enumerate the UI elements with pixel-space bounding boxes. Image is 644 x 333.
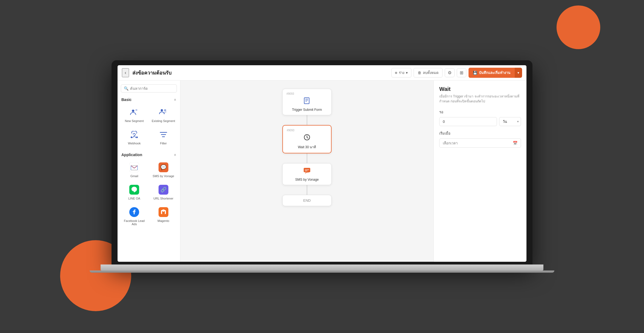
node-wait-id: #9093: [287, 129, 294, 132]
sidebar-item-facebook-lead-ads[interactable]: Facebook Lead Ads: [120, 203, 149, 229]
delete-all-button[interactable]: 🗑 ลบทั้งหมด: [414, 68, 443, 78]
node-end[interactable]: END: [282, 195, 332, 206]
node-sms-label: SMS by Vonage: [295, 178, 319, 182]
sms-node-icon: [303, 167, 311, 176]
webhook-label: Webhook: [128, 142, 140, 145]
line-oa-label: LINE OA: [128, 197, 140, 200]
svg-point-3: [161, 109, 163, 111]
save-label: บันทึกและเริ่มทำงาน: [479, 70, 510, 76]
delete-all-label: ลบทั้งหมด: [423, 70, 438, 76]
save-button[interactable]: 💾 บันทึกและเริ่มทำงาน: [469, 68, 515, 78]
sidebar-item-url-shortener[interactable]: 🔗 URL Shortener: [149, 181, 178, 203]
right-panel-title: Wait: [439, 86, 521, 92]
top-bar-actions: ร่าง ▾ 🗑 ลบทั้งหมด ⚙ ⊞ 💾 บันทึกและเริ่มท…: [391, 68, 522, 78]
magento-icon: [158, 207, 169, 218]
sidebar-item-new-segment[interactable]: New Segment: [120, 103, 149, 126]
line-oa-icon: [129, 184, 140, 195]
node-sms[interactable]: SMS by Vonage: [282, 163, 332, 185]
trash-icon: 🗑: [418, 71, 421, 75]
basic-section-toggle[interactable]: ∧: [174, 98, 176, 102]
duration-field: รอ วัน ชั่วโมง นาที: [439, 109, 521, 130]
sidebar-item-sms-vonage[interactable]: 💬 SMS by Vonage: [149, 159, 178, 181]
status-dropdown[interactable]: ร่าง ▾: [391, 68, 411, 78]
search-box: 🔍: [118, 81, 180, 95]
sidebar-item-line-oa[interactable]: LINE OA: [120, 181, 149, 203]
save-button-group: 💾 บันทึกและเริ่มทำงาน ▾: [469, 68, 522, 78]
main-content: 🔍 Basic ∧: [118, 81, 526, 262]
start-date-label: เริ่มเมื่อ: [439, 130, 521, 136]
url-shortener-icon: 🔗: [158, 184, 169, 195]
decorative-circle-top-right: [557, 5, 600, 49]
sidebar-item-webhook[interactable]: Webhook: [120, 126, 149, 148]
sidebar-item-existing-segment[interactable]: Existing Segment: [149, 103, 178, 126]
duration-label: รอ: [439, 109, 521, 115]
connector-3: [307, 185, 307, 195]
status-label: ร่าง: [399, 70, 404, 76]
save-dropdown-button[interactable]: ▾: [515, 68, 522, 78]
webhook-icon: [129, 129, 140, 140]
top-bar: ‹ ส่งข้อความต้อนรับ ร่าง ▾ 🗑 ลบทั้งหมด ⚙…: [118, 65, 526, 81]
sms-vonage-label: SMS by Vonage: [153, 174, 174, 178]
gmail-label: Gmail: [130, 174, 138, 178]
date-input-wrap[interactable]: 📅: [439, 138, 521, 148]
svg-rect-7: [129, 162, 139, 172]
status-chevron-icon: ▾: [406, 71, 408, 75]
filter-label: Filter: [160, 142, 167, 145]
start-date-field: เริ่มเมื่อ 📅: [439, 130, 521, 148]
node-end-label: END: [303, 198, 311, 203]
application-items-grid: Gmail 💬 SMS by Vonage: [118, 159, 180, 231]
search-input[interactable]: [130, 87, 174, 91]
sms-vonage-icon: 💬: [158, 162, 169, 173]
svg-rect-11: [304, 168, 310, 172]
layout-button[interactable]: ⊞: [457, 68, 466, 77]
date-input[interactable]: [443, 141, 511, 145]
flow-container: #9093 Trigger Submit Form: [282, 89, 332, 206]
basic-section-title: Basic: [121, 97, 131, 102]
new-segment-icon: [129, 107, 140, 118]
laptop-foot: [90, 270, 554, 273]
unit-select[interactable]: วัน ชั่วโมง นาที: [499, 117, 521, 126]
settings-button[interactable]: ⚙: [445, 68, 455, 77]
svg-point-4: [164, 109, 166, 111]
left-sidebar: 🔍 Basic ∧: [118, 81, 180, 262]
duration-row: วัน ชั่วโมง นาที: [439, 117, 521, 126]
facebook-lead-ads-label: Facebook Lead Ads: [122, 219, 147, 226]
application-section-title: Application: [121, 153, 142, 157]
filter-icon: [158, 129, 169, 140]
node-trigger-label: Trigger Submit Form: [292, 108, 322, 112]
sidebar-item-gmail[interactable]: Gmail: [120, 159, 149, 181]
laptop-bezel: ‹ ส่งข้อความต้อนรับ ร่าง ▾ 🗑 ลบทั้งหมด ⚙…: [112, 60, 532, 264]
basic-items-grid: New Segment Existing: [118, 103, 180, 150]
search-input-wrap[interactable]: 🔍: [121, 84, 177, 93]
application-section-toggle[interactable]: ∧: [174, 153, 176, 157]
node-wait-label: Wait 30 นาที: [298, 144, 316, 150]
sidebar-item-magento[interactable]: Magento: [149, 203, 178, 229]
duration-input[interactable]: [439, 117, 497, 126]
node-trigger-id: #9093: [286, 92, 294, 95]
trigger-icon: [303, 97, 311, 106]
calendar-icon: 📅: [513, 141, 517, 145]
laptop-base: [101, 264, 543, 270]
magento-label: Magento: [157, 219, 169, 222]
svg-rect-9: [304, 98, 309, 104]
svg-point-5: [131, 136, 132, 138]
save-icon: 💾: [473, 71, 477, 75]
application-section-header: Application ∧: [118, 150, 180, 159]
existing-segment-icon: [158, 107, 169, 118]
laptop-wrapper: ‹ ส่งข้อความต้อนรับ ร่าง ▾ 🗑 ลบทั้งหมด ⚙…: [90, 60, 554, 273]
sidebar-item-filter[interactable]: Filter: [149, 126, 178, 148]
unit-select-wrap: วัน ชั่วโมง นาที: [499, 117, 521, 126]
url-shortener-label: URL Shortener: [153, 197, 173, 200]
node-trigger[interactable]: #9093 Trigger Submit Form: [282, 89, 332, 115]
status-dot: [395, 72, 397, 74]
connector-2: [307, 153, 307, 163]
wait-icon: [303, 133, 311, 143]
basic-section-header: Basic ∧: [118, 95, 180, 103]
right-panel: Wait เมื่อมีการ Trigger เข้ามา จะทำการรอ…: [434, 81, 526, 262]
canvas-area: #9093 Trigger Submit Form: [180, 81, 434, 262]
gmail-icon: [129, 162, 140, 173]
right-panel-description: เมื่อมีการ Trigger เข้ามา จะทำการรอระยะเ…: [439, 94, 521, 104]
back-button[interactable]: ‹: [122, 68, 129, 77]
new-segment-label: New Segment: [125, 119, 144, 123]
node-wait[interactable]: #9093 Wait 30 นาที: [282, 125, 332, 153]
